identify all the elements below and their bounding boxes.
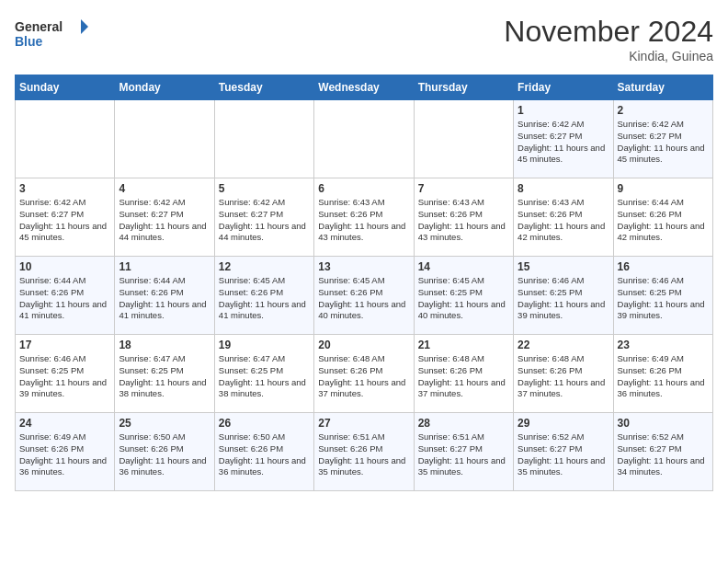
day-info: Sunrise: 6:52 AM Sunset: 6:27 PM Dayligh… — [618, 431, 709, 478]
day-number: 1 — [518, 104, 609, 117]
svg-text:General: General — [15, 19, 63, 34]
day-info: Sunrise: 6:42 AM Sunset: 6:27 PM Dayligh… — [119, 197, 210, 244]
day-info: Sunrise: 6:44 AM Sunset: 6:26 PM Dayligh… — [618, 197, 709, 244]
day-cell: 4Sunrise: 6:42 AM Sunset: 6:27 PM Daylig… — [115, 178, 214, 257]
day-info: Sunrise: 6:45 AM Sunset: 6:26 PM Dayligh… — [219, 275, 310, 322]
day-cell: 21Sunrise: 6:48 AM Sunset: 6:26 PM Dayli… — [414, 335, 513, 413]
day-info: Sunrise: 6:42 AM Sunset: 6:27 PM Dayligh… — [219, 197, 310, 244]
day-number: 16 — [618, 260, 709, 273]
day-number: 28 — [418, 417, 509, 430]
svg-marker-2 — [81, 19, 88, 34]
day-number: 4 — [119, 182, 210, 195]
day-number: 24 — [19, 417, 110, 430]
day-number: 25 — [119, 417, 210, 430]
day-number: 17 — [19, 339, 110, 351]
day-cell: 12Sunrise: 6:45 AM Sunset: 6:26 PM Dayli… — [214, 257, 313, 335]
header-saturday: Saturday — [613, 75, 712, 100]
week-row-2: 3Sunrise: 6:42 AM Sunset: 6:27 PM Daylig… — [16, 178, 713, 257]
day-cell: 30Sunrise: 6:52 AM Sunset: 6:27 PM Dayli… — [613, 413, 712, 491]
day-info: Sunrise: 6:52 AM Sunset: 6:27 PM Dayligh… — [518, 431, 609, 478]
day-info: Sunrise: 6:43 AM Sunset: 6:26 PM Dayligh… — [518, 197, 609, 244]
day-cell: 15Sunrise: 6:46 AM Sunset: 6:25 PM Dayli… — [514, 257, 613, 335]
header-thursday: Thursday — [414, 75, 513, 100]
day-cell: 22Sunrise: 6:48 AM Sunset: 6:26 PM Dayli… — [514, 335, 613, 413]
day-info: Sunrise: 6:48 AM Sunset: 6:26 PM Dayligh… — [418, 353, 509, 400]
day-cell: 14Sunrise: 6:45 AM Sunset: 6:25 PM Dayli… — [414, 257, 513, 335]
day-info: Sunrise: 6:42 AM Sunset: 6:27 PM Dayligh… — [19, 197, 110, 244]
day-info: Sunrise: 6:46 AM Sunset: 6:25 PM Dayligh… — [518, 275, 609, 322]
day-number: 8 — [518, 182, 609, 195]
day-number: 6 — [318, 182, 409, 195]
day-info: Sunrise: 6:49 AM Sunset: 6:26 PM Dayligh… — [618, 353, 709, 400]
day-info: Sunrise: 6:51 AM Sunset: 6:27 PM Dayligh… — [418, 431, 509, 478]
day-info: Sunrise: 6:44 AM Sunset: 6:26 PM Dayligh… — [119, 275, 210, 322]
day-cell — [214, 100, 313, 178]
day-number: 13 — [318, 260, 409, 273]
day-info: Sunrise: 6:50 AM Sunset: 6:26 PM Dayligh… — [219, 431, 310, 478]
day-info: Sunrise: 6:50 AM Sunset: 6:26 PM Dayligh… — [119, 431, 210, 478]
day-cell: 18Sunrise: 6:47 AM Sunset: 6:25 PM Dayli… — [115, 335, 214, 413]
day-cell: 24Sunrise: 6:49 AM Sunset: 6:26 PM Dayli… — [16, 413, 115, 491]
day-cell: 9Sunrise: 6:44 AM Sunset: 6:26 PM Daylig… — [613, 178, 712, 257]
day-cell — [314, 100, 414, 178]
header-row: SundayMondayTuesdayWednesdayThursdayFrid… — [16, 75, 713, 100]
day-number: 5 — [219, 182, 310, 195]
day-cell: 13Sunrise: 6:45 AM Sunset: 6:26 PM Dayli… — [314, 257, 414, 335]
day-info: Sunrise: 6:45 AM Sunset: 6:26 PM Dayligh… — [318, 275, 409, 322]
day-cell: 6Sunrise: 6:43 AM Sunset: 6:26 PM Daylig… — [314, 178, 414, 257]
day-info: Sunrise: 6:46 AM Sunset: 6:25 PM Dayligh… — [19, 353, 110, 400]
day-cell: 26Sunrise: 6:50 AM Sunset: 6:26 PM Dayli… — [214, 413, 313, 491]
day-cell: 27Sunrise: 6:51 AM Sunset: 6:26 PM Dayli… — [314, 413, 414, 491]
day-cell: 10Sunrise: 6:44 AM Sunset: 6:26 PM Dayli… — [16, 257, 115, 335]
day-number: 22 — [518, 339, 609, 351]
day-cell: 2Sunrise: 6:42 AM Sunset: 6:27 PM Daylig… — [613, 100, 712, 178]
day-number: 18 — [119, 339, 210, 351]
day-info: Sunrise: 6:51 AM Sunset: 6:26 PM Dayligh… — [318, 431, 409, 478]
day-cell: 1Sunrise: 6:42 AM Sunset: 6:27 PM Daylig… — [514, 100, 613, 178]
day-cell: 7Sunrise: 6:43 AM Sunset: 6:26 PM Daylig… — [414, 178, 513, 257]
day-number: 10 — [19, 260, 110, 273]
month-title: November 2024 — [504, 15, 713, 49]
day-info: Sunrise: 6:44 AM Sunset: 6:26 PM Dayligh… — [19, 275, 110, 322]
day-cell — [115, 100, 214, 178]
day-number: 15 — [518, 260, 609, 273]
day-cell: 19Sunrise: 6:47 AM Sunset: 6:25 PM Dayli… — [214, 335, 313, 413]
day-number: 29 — [518, 417, 609, 430]
logo-svg: General Blue — [15, 15, 88, 55]
logo: General Blue — [15, 15, 88, 55]
page-header: General Blue November 2024 Kindia, Guine… — [15, 15, 713, 63]
location-subtitle: Kindia, Guinea — [504, 49, 713, 63]
day-number: 26 — [219, 417, 310, 430]
day-info: Sunrise: 6:48 AM Sunset: 6:26 PM Dayligh… — [518, 353, 609, 400]
header-tuesday: Tuesday — [214, 75, 313, 100]
day-cell: 29Sunrise: 6:52 AM Sunset: 6:27 PM Dayli… — [514, 413, 613, 491]
day-cell: 23Sunrise: 6:49 AM Sunset: 6:26 PM Dayli… — [613, 335, 712, 413]
day-number: 27 — [318, 417, 409, 430]
svg-text:Blue: Blue — [15, 34, 43, 49]
day-info: Sunrise: 6:42 AM Sunset: 6:27 PM Dayligh… — [518, 119, 609, 166]
week-row-5: 24Sunrise: 6:49 AM Sunset: 6:26 PM Dayli… — [16, 413, 713, 491]
header-sunday: Sunday — [16, 75, 115, 100]
day-info: Sunrise: 6:47 AM Sunset: 6:25 PM Dayligh… — [219, 353, 310, 400]
day-cell: 28Sunrise: 6:51 AM Sunset: 6:27 PM Dayli… — [414, 413, 513, 491]
day-cell — [16, 100, 115, 178]
calendar-table: SundayMondayTuesdayWednesdayThursdayFrid… — [15, 75, 713, 491]
day-info: Sunrise: 6:45 AM Sunset: 6:25 PM Dayligh… — [418, 275, 509, 322]
header-wednesday: Wednesday — [314, 75, 414, 100]
day-number: 23 — [618, 339, 709, 351]
day-cell: 3Sunrise: 6:42 AM Sunset: 6:27 PM Daylig… — [16, 178, 115, 257]
day-number: 14 — [418, 260, 509, 273]
week-row-4: 17Sunrise: 6:46 AM Sunset: 6:25 PM Dayli… — [16, 335, 713, 413]
day-cell: 16Sunrise: 6:46 AM Sunset: 6:25 PM Dayli… — [613, 257, 712, 335]
day-info: Sunrise: 6:49 AM Sunset: 6:26 PM Dayligh… — [19, 431, 110, 478]
day-cell: 8Sunrise: 6:43 AM Sunset: 6:26 PM Daylig… — [514, 178, 613, 257]
day-info: Sunrise: 6:43 AM Sunset: 6:26 PM Dayligh… — [418, 197, 509, 244]
day-info: Sunrise: 6:43 AM Sunset: 6:26 PM Dayligh… — [318, 197, 409, 244]
day-cell: 5Sunrise: 6:42 AM Sunset: 6:27 PM Daylig… — [214, 178, 313, 257]
day-number: 3 — [19, 182, 110, 195]
day-cell: 20Sunrise: 6:48 AM Sunset: 6:26 PM Dayli… — [314, 335, 414, 413]
day-cell: 11Sunrise: 6:44 AM Sunset: 6:26 PM Dayli… — [115, 257, 214, 335]
day-number: 21 — [418, 339, 509, 351]
header-monday: Monday — [115, 75, 214, 100]
week-row-1: 1Sunrise: 6:42 AM Sunset: 6:27 PM Daylig… — [16, 100, 713, 178]
